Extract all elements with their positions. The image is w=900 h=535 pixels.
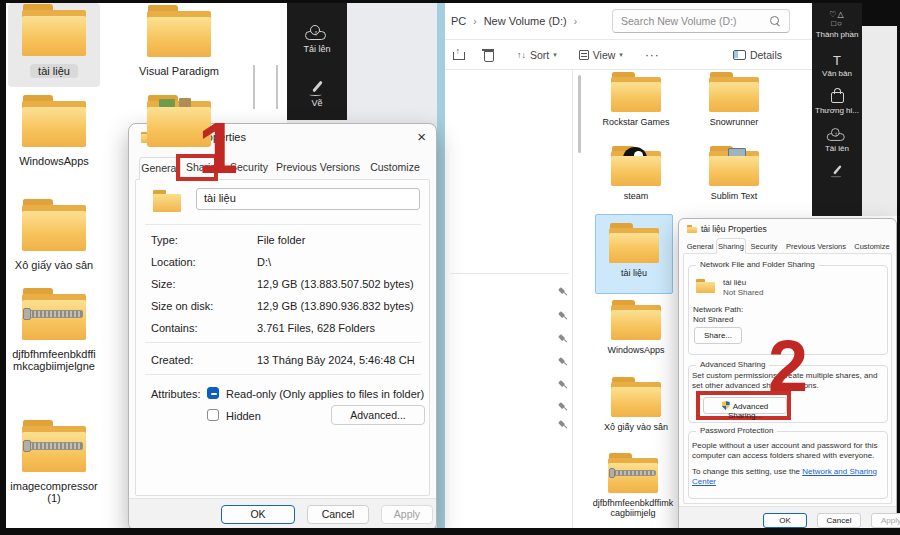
scrollbar[interactable] [578, 75, 581, 153]
network-path-value: Not Shared [693, 315, 733, 324]
search-placeholder: Search New Volume (D:) [621, 15, 770, 27]
pin-icon [556, 400, 570, 414]
tab-sharing[interactable]: Sharing [716, 238, 746, 254]
folder-label: WindowsApps [592, 345, 680, 355]
zip-folder-icon [22, 420, 86, 472]
readonly-checkbox[interactable] [207, 387, 219, 399]
folder-icon [22, 4, 86, 56]
share-button[interactable]: Share... [694, 327, 742, 344]
folder-icon [611, 300, 661, 340]
folder-tile-zip-2[interactable]: imagecompressor (1) [8, 420, 100, 504]
tab-security[interactable]: Security [748, 240, 780, 254]
tab-general[interactable]: General [139, 157, 181, 180]
chevron-down-icon: ▾ [553, 51, 557, 59]
row-label: Size: [151, 278, 175, 290]
pin-icon [556, 355, 570, 369]
tab-customize[interactable]: Customize [851, 240, 893, 254]
pane-divider[interactable] [572, 70, 573, 528]
pin-icon [556, 332, 570, 346]
cancel-button[interactable]: Cancel [307, 505, 369, 524]
folder-tile-windowsapps-2[interactable]: WindowsApps [592, 300, 680, 355]
breadcrumb[interactable]: PC›New Volume (D:)› [451, 15, 584, 27]
upload-button-2[interactable]: ↑ Tải lên [812, 127, 862, 153]
password-desc: People without a user account and passwo… [692, 441, 884, 461]
annotation-number-2: 2 [768, 330, 808, 402]
password-change-line: To change this setting, use the Network … [692, 467, 884, 487]
folder-label: tài liệu [30, 64, 78, 78]
uac-shield-icon [722, 401, 730, 410]
hidden-checkbox[interactable] [207, 409, 219, 421]
tab-previous-versions[interactable]: Previous Versions [273, 159, 363, 179]
design-sidebar: ♡△□○ Thành phần T Văn bản Thương hi... ↑… [812, 3, 862, 216]
folder-tile-sublim-text[interactable]: Sublim Text [690, 146, 778, 201]
folder-label: tài liệu [596, 268, 672, 278]
folder-tile-xo-giay-2[interactable]: Xô giấy vào sân [592, 377, 680, 432]
close-icon[interactable]: × [417, 128, 426, 145]
folder-tile-windowsapps[interactable]: WindowsApps [8, 95, 100, 167]
tab-previous-versions[interactable]: Previous Versions [782, 240, 850, 254]
draw-button[interactable]: Vẽ [287, 80, 347, 108]
search-input[interactable]: Search New Volume (D:) [612, 9, 790, 33]
details-button[interactable]: Details [733, 49, 782, 61]
view-icon [579, 50, 589, 60]
advanced-sharing-button[interactable]: Advanced Sharing... [703, 397, 787, 414]
folder-tile-tai-lieu[interactable]: tài liệu [8, 3, 100, 87]
delete-icon[interactable] [483, 49, 493, 60]
folder-tile-xo-giay[interactable]: Xô giấy vào sân [8, 199, 100, 271]
folder-icon [153, 190, 181, 212]
advanced-button[interactable]: Advanced... [331, 405, 425, 425]
folder-label: Snowrunner [690, 117, 778, 127]
folder-name-field[interactable]: tài liệu [196, 188, 420, 210]
draw-button-2[interactable] [812, 163, 862, 179]
hidden-label: Hidden [226, 410, 261, 422]
folder-label: Xô giấy vào sân [8, 259, 100, 271]
text-button[interactable]: T Văn bản [812, 53, 862, 78]
folder-tile-tai-lieu-selected[interactable]: tài liệu [595, 214, 673, 294]
more-options-icon[interactable]: ··· [645, 48, 660, 62]
folder-tile-steam[interactable]: steam [592, 146, 680, 201]
scrollbar[interactable] [253, 65, 255, 109]
folder-tile-rockstar-games[interactable]: Rockstar Games [592, 72, 680, 127]
upload-button[interactable]: ↑ Tải lên [287, 25, 347, 54]
window-edge-strip [437, 3, 445, 528]
folder-tile-snowrunner[interactable]: Snowrunner [690, 72, 778, 127]
view-button[interactable]: View ▾ [579, 49, 623, 61]
row-value: File folder [257, 234, 305, 246]
sort-button[interactable]: ↑↓ Sort ▾ [517, 49, 557, 61]
dialog-title: tài liệu Properties [701, 224, 767, 234]
breadcrumb-current[interactable]: New Volume (D:) [484, 15, 567, 27]
apply-button[interactable]: Apply [381, 505, 433, 524]
cloud-upload-icon: ↑ [827, 128, 847, 141]
tab-general[interactable]: General [685, 240, 715, 254]
folder-icon [709, 72, 759, 112]
apply-button[interactable]: Apply [871, 513, 900, 528]
folder-tile-zip-3[interactable]: djfbfhmfeenbkdffimkcagbiimjelg [592, 453, 674, 518]
pin-icon [556, 418, 570, 432]
components-button[interactable]: ♡△□○ Thành phần [812, 10, 862, 39]
folder-tile-visual-paradigm[interactable]: Visual Paradigm [124, 3, 234, 77]
cancel-button[interactable]: Cancel [817, 513, 861, 528]
search-icon[interactable] [770, 16, 781, 27]
share-icon[interactable] [453, 49, 463, 60]
row-label: Type: [151, 234, 178, 246]
folder-label: Xô giấy vào sân [592, 422, 680, 432]
group-title: Network File and Folder Sharing [696, 260, 819, 269]
chevron-icon: › [466, 16, 483, 27]
pen-icon [308, 80, 326, 96]
folder-label: djfbfhmfeenbkdffimkcagbiimjelgne [8, 348, 100, 372]
brand-button[interactable]: Thương hi... [812, 92, 862, 115]
breadcrumb-root[interactable]: PC [451, 15, 466, 27]
tab-customize[interactable]: Customize [367, 159, 423, 179]
scrollbar[interactable] [276, 65, 278, 109]
pen-icon [830, 165, 844, 178]
shared-item-name: tài liệu [723, 278, 746, 287]
zip-folder-icon [608, 453, 658, 493]
folder-tile-zip-1[interactable]: djfbfhmfeenbkdffimkcagbiimjelgne [8, 288, 100, 372]
folder-icon [611, 72, 661, 112]
network-path-label: Network Path: [693, 305, 743, 314]
folder-label: Visual Paradigm [124, 65, 234, 77]
ok-button[interactable]: OK [763, 513, 807, 528]
group-title: Password Protection [696, 426, 777, 435]
ok-button[interactable]: OK [221, 505, 295, 524]
screenshot-root: tài liệu Visual Paradigm WindowsApps Xô … [0, 0, 900, 535]
